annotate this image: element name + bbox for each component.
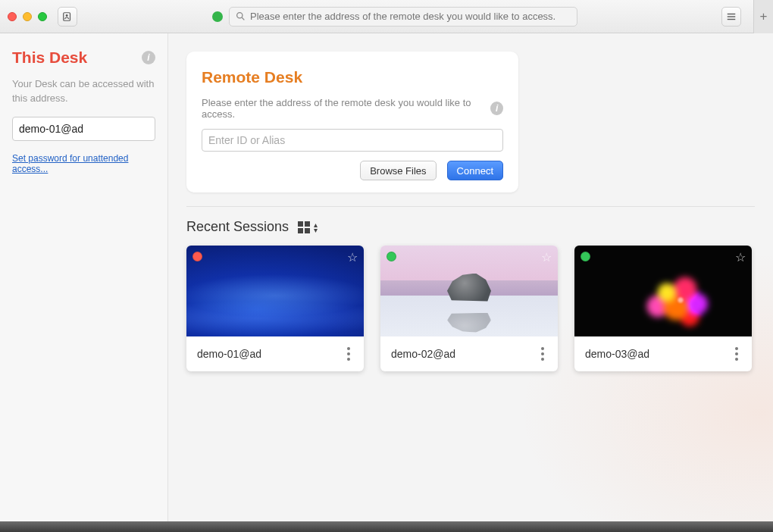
status-indicator-icon <box>581 252 590 261</box>
view-mode-toggle[interactable]: ▴▾ <box>298 221 318 233</box>
session-menu-button[interactable] <box>344 344 353 364</box>
session-card[interactable]: ☆ demo-03@ad <box>574 246 752 371</box>
this-desk-title: This Desk <box>12 49 87 67</box>
info-icon[interactable]: i <box>142 51 155 64</box>
session-name: demo-03@ad <box>585 348 649 360</box>
recent-sessions-title: Recent Sessions <box>186 219 289 235</box>
set-password-link[interactable]: Set password for unattended access... <box>12 153 155 174</box>
own-address-field[interactable] <box>12 117 155 141</box>
status-indicator-icon <box>192 252 202 261</box>
session-thumbnail: ☆ <box>186 246 364 336</box>
zoom-window-icon[interactable] <box>38 12 47 21</box>
recent-sessions-list: ☆ demo-01@ad ☆ demo-02@ad <box>186 246 755 371</box>
svg-point-2 <box>237 13 243 18</box>
this-desk-description: Your Desk can be accessed with this addr… <box>12 77 155 106</box>
connect-button[interactable]: Connect <box>447 161 503 180</box>
minimize-window-icon[interactable] <box>23 12 32 21</box>
session-name: demo-02@ad <box>391 348 455 360</box>
remote-desk-card: Remote Desk Please enter the address of … <box>186 52 518 192</box>
content-area: Remote Desk Please enter the address of … <box>168 33 773 521</box>
close-window-icon[interactable] <box>8 12 17 21</box>
session-menu-button[interactable] <box>538 344 547 364</box>
chevron-up-down-icon: ▴▾ <box>314 222 318 233</box>
menu-button[interactable] <box>721 7 741 27</box>
connection-status-icon <box>212 11 223 22</box>
session-thumbnail: ☆ <box>380 246 558 336</box>
session-name: demo-01@ad <box>197 348 261 360</box>
address-search-input[interactable] <box>250 11 571 22</box>
window-controls <box>8 12 47 21</box>
remote-desk-title: Remote Desk <box>202 68 503 86</box>
favorite-star-icon[interactable]: ☆ <box>735 250 746 264</box>
titlebar: + <box>0 0 773 33</box>
new-tab-button[interactable]: + <box>753 0 773 33</box>
session-thumbnail: ☆ <box>574 246 752 336</box>
grid-icon <box>298 221 310 233</box>
info-icon[interactable]: i <box>490 102 503 115</box>
browse-files-button[interactable]: Browse Files <box>360 161 436 180</box>
svg-rect-0 <box>64 12 70 20</box>
svg-line-3 <box>242 17 244 20</box>
sidebar: This Desk i Your Desk can be accessed wi… <box>0 33 168 521</box>
session-menu-button[interactable] <box>732 344 741 364</box>
address-search[interactable] <box>229 7 577 27</box>
status-indicator-icon <box>386 252 396 261</box>
svg-point-1 <box>66 14 68 16</box>
address-book-button[interactable] <box>58 7 77 27</box>
search-icon <box>236 11 246 21</box>
bottom-bar <box>0 521 773 532</box>
remote-desk-description: Please enter the address of the remote d… <box>202 97 483 120</box>
divider <box>186 206 755 207</box>
favorite-star-icon[interactable]: ☆ <box>347 250 358 264</box>
session-card[interactable]: ☆ demo-02@ad <box>380 246 558 371</box>
remote-address-input[interactable] <box>202 129 503 152</box>
favorite-star-icon[interactable]: ☆ <box>541 250 552 264</box>
session-card[interactable]: ☆ demo-01@ad <box>186 246 364 371</box>
